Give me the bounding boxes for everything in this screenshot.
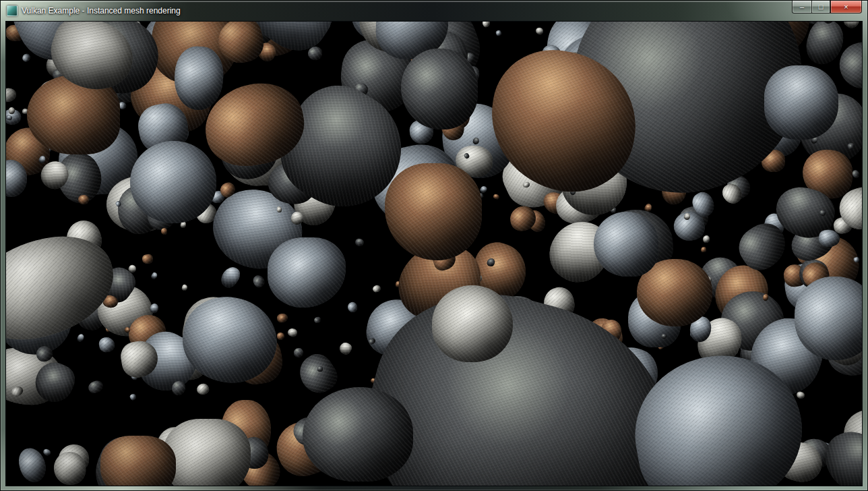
app-icon xyxy=(7,5,18,16)
rock-mesh-instance xyxy=(314,316,322,324)
rock-mesh-instance xyxy=(276,314,288,324)
rock-mesh-instance xyxy=(293,348,303,357)
rock-mesh-instance xyxy=(401,49,478,129)
rock-mesh-instance xyxy=(5,88,16,103)
rock-mesh-instance xyxy=(195,382,210,396)
rock-mesh-instance xyxy=(367,484,382,486)
rock-mesh-instance xyxy=(268,237,346,308)
rock-mesh-instance xyxy=(432,285,513,362)
rock-mesh-instance xyxy=(78,195,89,204)
rock-mesh-instance xyxy=(21,53,32,63)
maximize-icon: □ xyxy=(819,3,824,11)
rock-mesh-instance xyxy=(75,333,85,343)
title-bar[interactable]: Vulkan Example - Instanced mesh renderin… xyxy=(1,1,867,21)
rock-mesh-instance xyxy=(338,341,353,357)
rock-mesh-instance xyxy=(764,65,838,140)
rock-mesh-instance xyxy=(354,238,365,248)
rock-mesh-instance xyxy=(347,301,359,314)
rock-mesh-instance xyxy=(130,141,216,223)
minimize-button[interactable]: – xyxy=(792,1,811,13)
rock-mesh-instance xyxy=(129,393,137,401)
caption-buttons: – □ × xyxy=(792,1,862,13)
rock-mesh-instance xyxy=(277,333,284,340)
rock-mesh-instance xyxy=(371,284,381,293)
titlebar-highlight xyxy=(1,1,867,2)
rock-mesh-instance xyxy=(161,228,167,235)
close-icon: × xyxy=(844,3,848,11)
rock-mesh-instance xyxy=(251,273,267,289)
rock-mesh-instance xyxy=(495,30,502,37)
minimize-icon: – xyxy=(800,3,804,11)
rock-mesh-instance xyxy=(385,163,482,260)
rock-mesh-instance xyxy=(535,27,544,35)
rock-mesh-instance xyxy=(481,21,491,28)
rock-mesh-instance xyxy=(700,247,706,253)
rock-mesh-instance xyxy=(181,284,187,291)
rock-mesh-instance xyxy=(98,337,115,353)
rock-mesh-instance xyxy=(42,448,51,457)
render-viewport[interactable] xyxy=(5,21,863,486)
rock-mesh-instance xyxy=(594,212,658,277)
rock-mesh-instance xyxy=(303,387,413,482)
close-button[interactable]: × xyxy=(830,1,862,13)
rock-mesh-instance xyxy=(172,381,185,395)
rock-mesh-instance xyxy=(100,436,176,486)
rock-mesh-instance xyxy=(493,193,500,200)
rock-mesh-instance xyxy=(703,235,710,242)
rock-mesh-instance xyxy=(841,21,862,30)
rock-mesh-instance xyxy=(142,254,154,264)
rock-mesh-instance xyxy=(150,272,158,280)
rock-mesh-instance xyxy=(286,327,297,337)
rock-mesh-instance xyxy=(218,264,243,291)
rock-mesh-instance xyxy=(86,378,104,395)
app-window: Vulkan Example - Instanced mesh renderin… xyxy=(0,0,868,491)
rock-mesh-instance xyxy=(851,169,861,179)
window-title: Vulkan Example - Instanced mesh renderin… xyxy=(22,6,181,16)
rock-mesh-instance xyxy=(163,419,251,486)
maximize-button[interactable]: □ xyxy=(811,1,830,13)
rock-mesh-instance xyxy=(8,107,15,114)
